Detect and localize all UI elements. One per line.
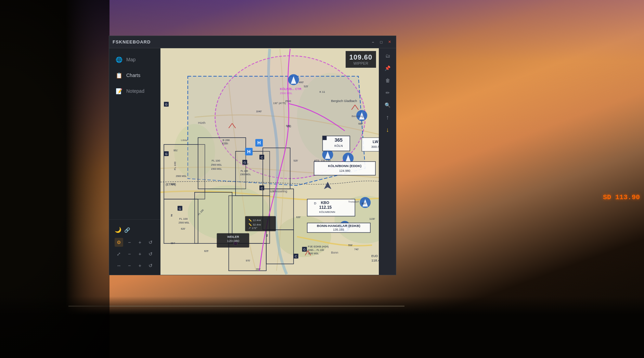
edit-button[interactable]: ✏ [382, 87, 393, 98]
svg-rect-45 [323, 136, 327, 140]
svg-text:Liblar: Liblar [181, 139, 188, 142]
sidebar-map-label: Map [126, 57, 136, 62]
svg-text:FL 100: FL 100 [241, 170, 248, 172]
zoom-minus-button-1[interactable]: − [125, 238, 134, 247]
svg-text:951': 951' [173, 149, 178, 152]
runway-line [68, 306, 404, 307]
svg-text:LW: LW [373, 140, 378, 144]
layers-button[interactable]: 🗂 [382, 50, 393, 61]
svg-text:↗ 172°: ↗ 172° [248, 227, 257, 230]
zoom-minus-button-2[interactable]: − [125, 250, 134, 258]
svg-text:K 11: K 11 [320, 90, 325, 93]
svg-text:1500 MSL: 1500 MSL [240, 173, 251, 176]
svg-text:730': 730' [265, 218, 269, 220]
sidebar: 🌐 Map 📋 Charts 📝 Notepad 🌙 [109, 48, 160, 275]
toolbar-row-2: ⤢ − + ↺ [109, 248, 160, 260]
svg-text:KÖLN/BONN (EDDK): KÖLN/BONN (EDDK) [328, 164, 361, 168]
svg-text:KBO: KBO [321, 201, 330, 205]
svg-text:G: G [165, 103, 167, 106]
svg-text:970': 970' [246, 259, 250, 262]
kneeboard-window: FSKNEEBOARD − □ ✕ 🌐 Map 📋 Charts [109, 36, 396, 275]
sidebar-item-map[interactable]: 🌐 Map [109, 52, 160, 67]
map-area[interactable]: H H KÖLN/BONN (EDDK) 124.980 D KBO 112.1… [160, 48, 396, 275]
zoom-plus-button-2[interactable]: + [136, 250, 144, 258]
svg-text:Bergisch Gladbach: Bergisch Gladbach [331, 99, 357, 103]
scroll-up-button[interactable]: ↑ [382, 112, 393, 123]
svg-text:1130': 1130' [369, 218, 375, 220]
frequency-display: 109.60 WIPPER [346, 51, 376, 68]
svg-text:740': 740' [354, 248, 359, 251]
svg-text:680': 680' [358, 123, 363, 125]
reset-button-2[interactable]: ↺ [146, 250, 155, 258]
moon-icon[interactable]: 🌙 [115, 227, 121, 233]
trash-button[interactable]: 🗑 [382, 75, 393, 86]
svg-text:G: G [165, 152, 167, 156]
window-title: FSKNEEBOARD [113, 39, 151, 44]
sidebar-bottom-controls: 🌙 🔗 ⚙ − + ↺ ⤢ − + ↺ [109, 219, 160, 275]
svg-text:820': 820' [362, 202, 366, 205]
svg-text:G: G [303, 248, 306, 251]
charts-icon: 📋 [116, 72, 122, 78]
reset-button-3[interactable]: ↺ [146, 261, 155, 270]
svg-text:Bonn: Bonn [331, 251, 338, 254]
minimize-button[interactable]: − [370, 39, 376, 45]
svg-text:EUD: EUD [371, 254, 378, 258]
toolbar-row-1: ⚙ − + ↺ [109, 236, 160, 248]
link-icon[interactable]: 🔗 [124, 227, 130, 233]
svg-text:C: C [261, 187, 263, 190]
svg-text:G: G [179, 207, 181, 210]
horizontal-button[interactable]: ↔ [115, 261, 123, 270]
svg-text:124.980: 124.980 [339, 169, 350, 172]
sidebar-item-notepad[interactable]: 📝 Notepad [109, 83, 160, 99]
svg-text:WEILER: WEILER [227, 235, 239, 239]
svg-text:460': 460' [299, 81, 304, 84]
svg-text:BONN-HANGELAR (EDKB): BONN-HANGELAR (EDKB) [317, 224, 360, 228]
svg-text:525': 525' [270, 190, 274, 193]
svg-text:984': 984' [171, 242, 175, 244]
notepad-icon: 📝 [116, 88, 122, 94]
svg-text:525': 525' [294, 159, 298, 162]
close-button[interactable]: ✕ [386, 39, 392, 45]
svg-text:📏 32.4mi: 📏 32.4mi [248, 223, 261, 226]
svg-text:GND-... FL 100: GND-... FL 100 [308, 249, 324, 251]
svg-text:2: 2 [171, 214, 172, 217]
svg-text:B 266: B 266 [222, 139, 230, 142]
svg-text:2500: 2500 [285, 100, 291, 103]
pin-button[interactable]: 📌 [382, 63, 393, 74]
svg-text:2500 MSL: 2500 MSL [211, 164, 222, 166]
svg-text:640': 640' [286, 125, 291, 127]
sidebar-nav: 🌐 Map 📋 Charts 📝 Notepad [109, 48, 160, 219]
reset-button-1[interactable]: ↺ [146, 238, 155, 247]
svg-text:130° (A775): 130° (A775) [273, 102, 286, 105]
zoom-plus-button-3[interactable]: + [136, 261, 144, 270]
svg-text:365: 365 [335, 137, 343, 143]
svg-text:2500 MSL: 2500 MSL [280, 92, 293, 95]
svg-text:1040': 1040' [256, 110, 262, 113]
frequency-value: 109.60 [349, 53, 372, 61]
svg-text:FL 100: FL 100 [212, 159, 220, 162]
globe-icon: 🌐 [116, 56, 122, 63]
svg-text:KÖLN/B... CTR: KÖLN/B... CTR [280, 87, 301, 91]
maximize-button[interactable]: □ [378, 39, 384, 45]
svg-text:PJE EDKB (H24): PJE EDKB (H24) [308, 245, 329, 248]
svg-text:919': 919' [171, 183, 175, 185]
theme-row: 🌙 🔗 [109, 223, 160, 236]
svg-text:Troisdorf: Troisdorf [348, 200, 359, 203]
scroll-down-button[interactable]: ↓ [382, 124, 393, 135]
svg-text:112.15: 112.15 [319, 205, 332, 210]
settings-button[interactable]: ⚙ [115, 238, 123, 247]
svg-text:C: C [261, 156, 263, 159]
svg-text:D: D [314, 202, 317, 205]
zoom-in-button[interactable]: 🔍 [382, 100, 393, 111]
svg-text:135.155: 135.155 [333, 228, 344, 231]
svg-text:H: H [247, 149, 250, 154]
zoom-plus-button-1[interactable]: + [136, 238, 144, 247]
svg-text:KÖLN: KÖLN [334, 144, 343, 148]
title-bar: FSKNEEBOARD − □ ✕ [109, 36, 396, 48]
zoom-minus-button-3[interactable]: − [125, 261, 134, 270]
expand-button[interactable]: ⤢ [115, 250, 123, 258]
svg-text:FL 100: FL 100 [179, 217, 188, 220]
sidebar-item-charts[interactable]: 📋 Charts [109, 67, 160, 83]
svg-text:Hürth: Hürth [198, 121, 206, 125]
frequency-label: WIPPER [349, 61, 372, 65]
